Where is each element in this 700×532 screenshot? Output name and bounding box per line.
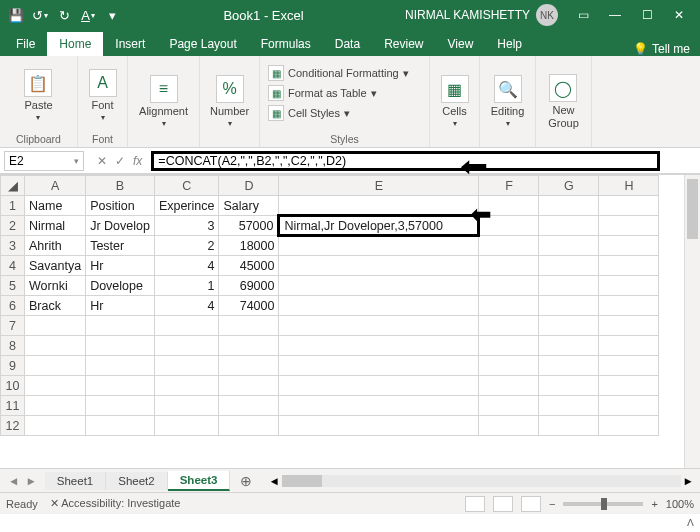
ribbon-options-icon[interactable]: ▭ [568,4,598,26]
cell[interactable] [539,276,599,296]
cell[interactable] [219,396,279,416]
sheet-tab-3[interactable]: Sheet3 [168,471,231,491]
row-header[interactable]: 1 [1,196,25,216]
row-header[interactable]: 7 [1,316,25,336]
col-header-g[interactable]: G [539,176,599,196]
cell[interactable] [279,396,479,416]
cell[interactable]: Dovelope [86,276,155,296]
cell[interactable]: 18000 [219,236,279,256]
cell[interactable] [219,356,279,376]
paste-button[interactable]: 📋 Paste ▾ [20,67,56,124]
tab-data[interactable]: Data [323,32,372,56]
cell[interactable]: 1 [154,276,219,296]
cell[interactable]: Position [86,196,155,216]
fx-icon[interactable]: fx [130,154,145,168]
cell[interactable] [599,416,659,436]
cell[interactable]: Tester [86,236,155,256]
cell[interactable]: Brack [25,296,86,316]
cell[interactable] [154,316,219,336]
accessibility-status[interactable]: ✕ Accessibility: Investigate [50,497,181,510]
cell[interactable] [599,316,659,336]
cell[interactable] [479,396,539,416]
worksheet-grid[interactable]: ◢ A B C D E F G H 1 Name Position Experi… [0,174,700,468]
normal-view-icon[interactable] [465,496,485,512]
zoom-level[interactable]: 100% [666,498,694,510]
row-header[interactable]: 11 [1,396,25,416]
sheet-tab-2[interactable]: Sheet2 [106,472,167,490]
zoom-in-icon[interactable]: + [651,498,657,510]
tab-review[interactable]: Review [372,32,435,56]
cell[interactable] [599,396,659,416]
cell[interactable] [25,356,86,376]
cell-e2-selected[interactable]: Nirmal,Jr Doveloper,3,57000 [279,216,479,236]
cell[interactable] [86,336,155,356]
cell[interactable]: Experince [154,196,219,216]
cell[interactable] [539,396,599,416]
cell[interactable] [86,416,155,436]
cell[interactable]: Wornki [25,276,86,296]
accept-formula-icon[interactable]: ✓ [112,154,128,168]
alignment-button[interactable]: ≡Alignment▾ [135,73,192,130]
cell[interactable] [154,356,219,376]
cell[interactable] [539,356,599,376]
cell[interactable]: Nirmal [25,216,86,236]
zoom-out-icon[interactable]: − [549,498,555,510]
cell[interactable] [539,376,599,396]
col-header-f[interactable]: F [479,176,539,196]
formula-input[interactable]: =CONCAT(A2,",",B2,",",C2,",",D2) [151,151,660,171]
cell[interactable]: Hr [86,296,155,316]
new-group-button[interactable]: ◯New Group [544,72,583,130]
cell[interactable] [279,376,479,396]
tell-me[interactable]: 💡 Tell me [633,42,690,56]
cell[interactable]: 4 [154,296,219,316]
cell[interactable] [599,276,659,296]
cell[interactable] [539,296,599,316]
cell[interactable]: 69000 [219,276,279,296]
editing-button[interactable]: 🔍Editing▾ [487,73,529,130]
cell[interactable] [279,236,479,256]
cell[interactable] [154,336,219,356]
page-break-view-icon[interactable] [521,496,541,512]
cell[interactable] [279,416,479,436]
cell[interactable] [154,396,219,416]
cell[interactable] [279,296,479,316]
name-box[interactable]: E2▾ [4,151,84,171]
cell[interactable] [154,376,219,396]
cell[interactable] [279,336,479,356]
cell[interactable] [539,236,599,256]
cell[interactable] [599,256,659,276]
horizontal-scrollbar[interactable]: ◄► [262,475,700,487]
cell[interactable] [86,356,155,376]
format-as-table-button[interactable]: ▦Format as Table ▾ [268,84,409,102]
cell[interactable] [539,216,599,236]
font-button[interactable]: AFont▾ [85,67,121,124]
col-header-b[interactable]: B [86,176,155,196]
cell[interactable] [86,316,155,336]
cell-styles-button[interactable]: ▦Cell Styles ▾ [268,104,409,122]
col-header-a[interactable]: A [25,176,86,196]
cell[interactable] [599,216,659,236]
cell[interactable] [599,336,659,356]
cell[interactable] [86,396,155,416]
cell[interactable]: 57000 [219,216,279,236]
next-sheet-icon[interactable]: ► [23,475,38,487]
tab-formulas[interactable]: Formulas [249,32,323,56]
cell[interactable] [539,196,599,216]
cell[interactable] [86,376,155,396]
row-header[interactable]: 8 [1,336,25,356]
prev-sheet-icon[interactable]: ◄ [6,475,21,487]
cell[interactable] [219,336,279,356]
tab-page-layout[interactable]: Page Layout [157,32,248,56]
cell[interactable]: 3 [154,216,219,236]
cell[interactable]: 45000 [219,256,279,276]
minimize-icon[interactable]: — [600,4,630,26]
redo-icon[interactable]: ↻ [54,5,74,25]
cell[interactable] [25,376,86,396]
save-icon[interactable]: 💾 [6,5,26,25]
cell[interactable] [479,356,539,376]
col-header-d[interactable]: D [219,176,279,196]
page-layout-view-icon[interactable] [493,496,513,512]
cell[interactable] [599,296,659,316]
undo-icon[interactable]: ↺ [30,5,50,25]
cell[interactable] [219,316,279,336]
